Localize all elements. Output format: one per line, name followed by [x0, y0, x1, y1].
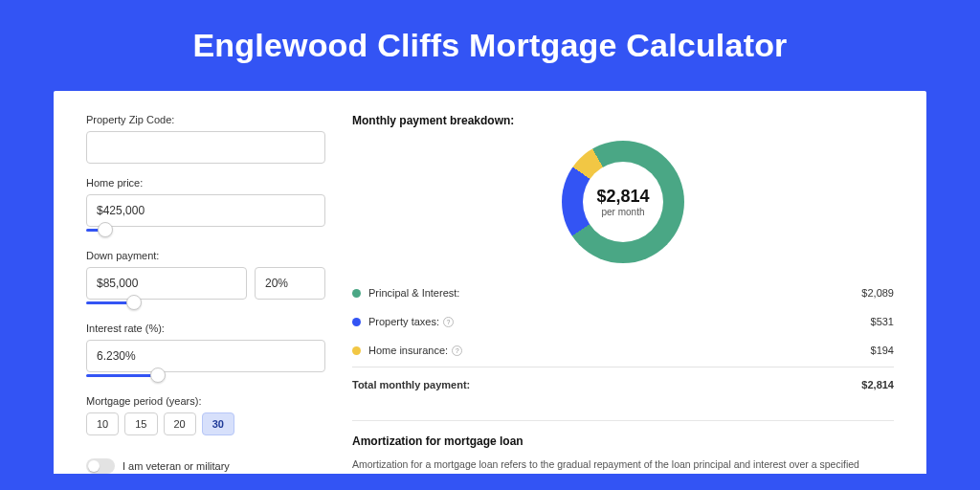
legend-value: $531 — [871, 316, 894, 327]
rate-slider-fill — [86, 374, 158, 377]
period-label: Mortgage period (years): — [86, 395, 325, 407]
down-slider[interactable] — [86, 298, 325, 309]
down-percent-input[interactable] — [255, 267, 325, 300]
legend-dot — [352, 318, 361, 326]
legend: Principal & Interest:$2,089Property taxe… — [352, 278, 894, 365]
legend-row-0: Principal & Interest:$2,089 — [352, 278, 894, 307]
legend-label: Principal & Interest: — [368, 287, 459, 299]
donut-chart: $2,814 per month — [562, 141, 684, 263]
donut-sub: per month — [601, 207, 644, 217]
veteran-label: I am veteran or military — [122, 460, 230, 472]
zip-input[interactable] — [86, 131, 325, 164]
toggle-knob — [88, 460, 100, 472]
page-title: Englewood Cliffs Mortgage Calculator — [0, 0, 980, 64]
donut-amount: $2,814 — [596, 187, 649, 207]
veteran-row: I am veteran or military — [86, 458, 325, 474]
donut-wrap: $2,814 per month — [352, 127, 894, 273]
down-label: Down payment: — [86, 250, 325, 261]
period-option-10[interactable]: 10 — [86, 412, 119, 435]
legend-label: Home insurance:? — [368, 345, 462, 356]
rate-label: Interest rate (%): — [86, 323, 325, 334]
rate-slider[interactable] — [86, 370, 325, 382]
info-icon[interactable]: ? — [443, 317, 454, 327]
breakdown-column: Monthly payment breakdown: $2,814 per mo… — [352, 114, 894, 474]
donut-center: $2,814 per month — [583, 162, 663, 242]
period-option-20[interactable]: 20 — [164, 412, 196, 435]
period-options: 10152030 — [86, 412, 325, 435]
total-row: Total monthly payment: $2,814 — [352, 367, 894, 399]
info-icon[interactable]: ? — [452, 345, 462, 356]
down-section: Down payment: — [86, 250, 325, 309]
rate-section: Interest rate (%): — [86, 323, 325, 382]
total-label: Total monthly payment: — [352, 379, 470, 390]
legend-row-2: Home insurance:?$194 — [352, 336, 894, 365]
legend-value: $194 — [871, 345, 894, 356]
breakdown-title: Monthly payment breakdown: — [352, 114, 894, 127]
zip-section: Property Zip Code: — [86, 114, 325, 164]
inputs-column: Property Zip Code: Home price: Down paym… — [86, 114, 325, 474]
legend-row-1: Property taxes:?$531 — [352, 307, 894, 336]
legend-label: Property taxes:? — [368, 316, 454, 327]
price-label: Home price: — [86, 177, 325, 189]
price-slider-thumb[interactable] — [98, 222, 113, 237]
veteran-toggle[interactable] — [86, 458, 115, 474]
legend-dot — [352, 346, 361, 355]
down-amount-input[interactable] — [86, 267, 247, 300]
down-slider-thumb[interactable] — [126, 295, 142, 310]
price-slider[interactable] — [86, 225, 325, 236]
amort-title: Amortization for mortgage loan — [352, 434, 894, 448]
total-value: $2,814 — [861, 379, 894, 390]
zip-label: Property Zip Code: — [86, 114, 325, 125]
amortization-section: Amortization for mortgage loan Amortizat… — [352, 420, 894, 473]
legend-value: $2,089 — [861, 287, 894, 299]
period-section: Mortgage period (years): 10152030 — [86, 395, 325, 435]
period-option-30[interactable]: 30 — [202, 412, 234, 435]
legend-dot — [352, 289, 361, 298]
amort-body: Amortization for a mortgage loan refers … — [352, 457, 894, 473]
calculator-panel: Property Zip Code: Home price: Down paym… — [54, 91, 926, 474]
period-option-15[interactable]: 15 — [124, 412, 157, 435]
rate-input[interactable] — [86, 340, 325, 372]
price-section: Home price: — [86, 177, 325, 236]
rate-slider-thumb[interactable] — [150, 368, 166, 383]
price-input[interactable] — [86, 194, 325, 227]
